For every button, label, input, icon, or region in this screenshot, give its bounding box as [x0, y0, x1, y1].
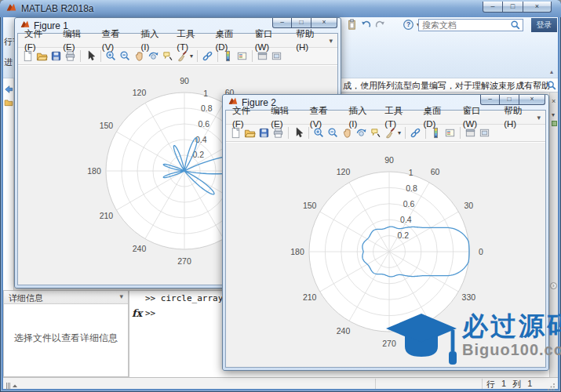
cursor-position: 行 1 列 1 — [486, 379, 532, 390]
minimize-button[interactable]: – — [483, 2, 503, 13]
resize-grip[interactable] — [548, 379, 556, 387]
layout-toggle-icon[interactable] — [5, 379, 20, 388]
svg-text:120: 120 — [133, 88, 147, 97]
col-label: 列 — [512, 379, 521, 390]
svg-text:240: 240 — [133, 244, 147, 253]
login-button[interactable]: 登录 — [531, 18, 557, 32]
menu-item-4[interactable]: 工具(T) — [378, 104, 417, 131]
menu-item-1[interactable]: 编辑(E) — [56, 27, 96, 54]
command-prompt: >> — [145, 308, 155, 318]
toolstrip-clipped-label-advance: 进 — [4, 56, 13, 68]
details-header-label: 详细信息 — [9, 293, 43, 303]
svg-text:1: 1 — [203, 89, 208, 98]
status-separator — [375, 379, 376, 389]
row-value: 1 — [501, 379, 506, 390]
back-arrow-icon[interactable] — [4, 83, 13, 93]
paste-icon[interactable] — [346, 19, 358, 31]
svg-text:0.6: 0.6 — [403, 199, 415, 209]
details-panel-header[interactable]: 详细信息 ▾ — [4, 291, 128, 304]
watermark-brand: 必过源码 — [462, 312, 561, 340]
svg-text:60: 60 — [431, 167, 440, 176]
watermark-text: 必过源码 Biguo100.com — [462, 312, 561, 359]
search-icon[interactable] — [510, 20, 521, 31]
doc-hint-search-icon[interactable] — [546, 80, 557, 91]
redo-icon[interactable] — [374, 19, 386, 31]
main-titlebar[interactable]: MATLAB R2018a – □ × — [0, 0, 561, 17]
details-empty-message: 选择文件以查看详细信息 — [4, 332, 128, 345]
row-label: 行 — [486, 379, 495, 390]
svg-text:210: 210 — [303, 292, 317, 302]
folder-icon[interactable] — [4, 96, 13, 104]
figure-2-menubar: 文件(F)编辑(E)查看(V)插入(I)工具(T)桌面(D)窗口(W)帮助(H)… — [226, 111, 545, 125]
col-value: 1 — [527, 379, 532, 390]
svg-text:270: 270 — [177, 256, 191, 266]
collapse-circle-icon[interactable]: › — [550, 282, 557, 289]
menu-item-3[interactable]: 插入(I) — [343, 104, 379, 131]
menu-item-5[interactable]: 桌面(D) — [209, 27, 248, 54]
svg-text:90: 90 — [180, 76, 189, 85]
figure-1-menubar: 文件(F)编辑(E)查看(V)插入(I)工具(T)桌面(D)窗口(W)帮助(H)… — [18, 34, 337, 48]
watermark: 必过源码 Biguo100.com — [384, 312, 561, 373]
svg-text:0.8: 0.8 — [406, 183, 417, 193]
main-window-title: MATLAB R2018a — [21, 3, 94, 14]
svg-text:0.8: 0.8 — [201, 103, 213, 113]
menu-item-4[interactable]: 工具(T) — [170, 27, 209, 54]
svg-text:150: 150 — [100, 121, 114, 130]
matlab-main-window: MATLAB R2018a – □ × 行节 进 运行并 计时 ▴ ?▾ 登录 … — [0, 0, 561, 392]
menu-item-7[interactable]: 帮助(H) — [497, 104, 537, 131]
svg-text:90: 90 — [384, 155, 394, 165]
fx-button[interactable]: fx — [132, 307, 142, 319]
menu-item-6[interactable]: 窗口(W) — [457, 104, 498, 131]
svg-text:120: 120 — [337, 167, 351, 176]
svg-text:1: 1 — [409, 168, 413, 177]
svg-text:210: 210 — [100, 211, 114, 220]
toolstrip-collapse-chevron[interactable]: ▴ — [550, 68, 553, 75]
menu-item-0[interactable]: 文件(F) — [18, 27, 56, 54]
status-bar: 行 1 列 1 — [3, 377, 558, 389]
svg-text:180: 180 — [87, 166, 101, 176]
print-icon[interactable] — [388, 19, 400, 31]
details-panel: 详细信息 ▾ 选择文件以查看详细信息 — [3, 290, 129, 377]
pin-chevron-icon[interactable]: ▾ — [552, 111, 555, 118]
status-separator — [482, 379, 483, 389]
svg-text:0.6: 0.6 — [198, 119, 209, 129]
menu-item-5[interactable]: 桌面(D) — [417, 104, 456, 131]
maximize-button[interactable]: □ — [503, 2, 523, 13]
menu-item-6[interactable]: 窗口(W) — [249, 27, 290, 54]
svg-text:330: 330 — [462, 292, 476, 302]
menu-overflow-chevron[interactable]: ▾ — [329, 37, 337, 45]
current-folder-strip — [3, 78, 14, 290]
search-docs-input[interactable] — [418, 19, 523, 31]
help-icon[interactable]: ? — [403, 19, 414, 31]
menu-overflow-chevron[interactable]: ▾ — [537, 114, 545, 122]
menu-item-7[interactable]: 帮助(H) — [290, 27, 329, 54]
menu-item-0[interactable]: 文件(F) — [226, 104, 264, 131]
main-window-controls: – □ × — [483, 2, 552, 13]
undo-icon[interactable] — [360, 19, 372, 31]
menu-item-3[interactable]: 插入(I) — [135, 27, 171, 54]
command-line: >> circle_array_1 — [145, 293, 234, 303]
svg-text:?: ? — [406, 20, 410, 28]
doc-hint-dropdown-caret[interactable]: ▼ — [518, 80, 525, 88]
close-icon[interactable]: × — [552, 97, 556, 105]
svg-text:0.4: 0.4 — [400, 215, 412, 224]
svg-text:180: 180 — [290, 247, 304, 256]
svg-text:30: 30 — [464, 201, 473, 210]
svg-text:0: 0 — [479, 247, 483, 256]
menu-item-2[interactable]: 查看(V) — [304, 104, 343, 131]
matlab-logo-icon — [6, 2, 16, 16]
close-button[interactable]: × — [523, 2, 552, 13]
quick-access-toolbar: ?▾ — [346, 19, 428, 31]
watermark-domain: Biguo100.com — [462, 340, 561, 359]
graduation-cap-icon — [384, 312, 459, 373]
chevron-down-icon[interactable]: ▾ — [119, 292, 123, 300]
menu-item-2[interactable]: 查看(V) — [96, 27, 135, 54]
menu-item-1[interactable]: 编辑(E) — [264, 104, 304, 131]
svg-text:150: 150 — [303, 201, 317, 210]
svg-text:240: 240 — [337, 326, 351, 336]
svg-text:0.2: 0.2 — [398, 230, 410, 240]
editor-marker — [552, 121, 557, 126]
